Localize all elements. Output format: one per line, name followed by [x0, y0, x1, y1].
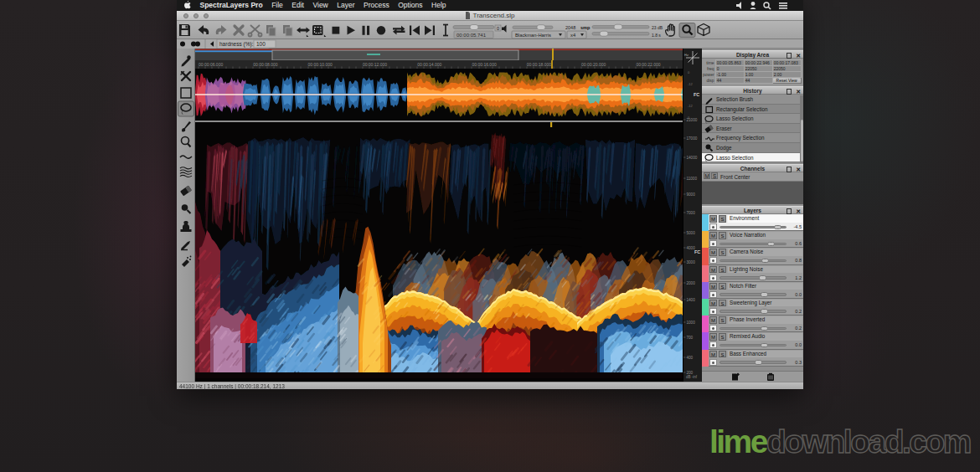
- svg-text:700: 700: [687, 336, 694, 340]
- svg-text:5000: 5000: [687, 231, 696, 235]
- svg-text:23 dB: 23 dB: [652, 25, 663, 30]
- svg-text:FC: FC: [694, 92, 699, 97]
- svg-text:Blackman-Harris: Blackman-Harris: [515, 33, 551, 38]
- svg-text:00:00:05.741: 00:00:05.741: [456, 33, 487, 38]
- svg-text:dB -inf: dB -inf: [686, 375, 698, 379]
- svg-text:1.8 s: 1.8 s: [652, 33, 661, 38]
- svg-text:-12: -12: [688, 82, 694, 86]
- svg-text:17000: 17000: [687, 136, 698, 141]
- svg-text:21000: 21000: [687, 118, 698, 122]
- svg-text:2048: 2048: [565, 25, 575, 30]
- svg-text:x4: x4: [570, 33, 576, 38]
- svg-text:1000: 1000: [687, 321, 696, 325]
- svg-text:Hz: Hz: [684, 53, 689, 57]
- svg-text:11000: 11000: [687, 177, 698, 181]
- svg-text:3000: 3000: [687, 260, 696, 264]
- svg-text:14000: 14000: [687, 156, 698, 160]
- svg-text:FC: FC: [694, 249, 700, 254]
- svg-text:9000: 9000: [687, 192, 696, 197]
- svg-text:400: 400: [687, 356, 694, 360]
- svg-text:7000: 7000: [687, 211, 696, 215]
- svg-text:1400: 1400: [687, 298, 696, 302]
- svg-text:2000: 2000: [687, 281, 696, 285]
- svg-text:100: 100: [256, 41, 266, 47]
- svg-text:0: 0: [688, 70, 690, 74]
- svg-text:hardness (%):: hardness (%):: [219, 41, 254, 48]
- svg-text:smp: smp: [580, 25, 591, 30]
- svg-text:0: 0: [497, 26, 499, 31]
- svg-text:-12: -12: [688, 104, 694, 108]
